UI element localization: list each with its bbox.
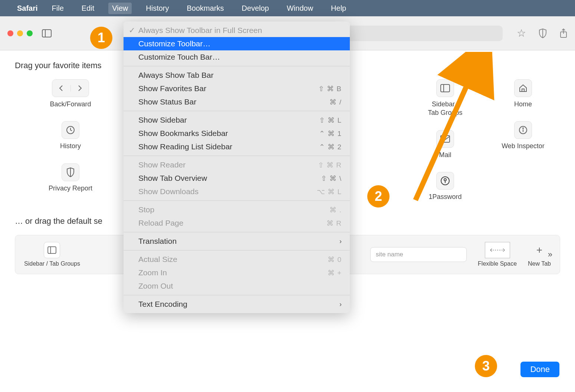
menu-item-label: Zoom Out — [138, 282, 173, 290]
keyboard-shortcut: ⌥ ⌘ L — [317, 187, 342, 196]
menu-item-show-reader: Show Reader⇧ ⌘ R — [124, 158, 350, 172]
app-name[interactable]: Safari — [17, 4, 38, 13]
menu-item-reload-page: Reload Page⌘ R — [124, 216, 350, 230]
onepassword-icon — [436, 172, 454, 190]
fullscreen-window-button[interactable] — [27, 30, 33, 36]
menu-item-translation[interactable]: Translation› — [124, 235, 350, 248]
minimize-window-button[interactable] — [17, 30, 23, 36]
item-back-forward[interactable]: Back/Forward — [15, 79, 126, 109]
flexible-space-icon — [485, 242, 510, 258]
menu-view[interactable]: View — [108, 3, 132, 14]
svg-rect-7 — [441, 84, 450, 92]
keyboard-shortcut: ⇧ ⌘ B — [318, 84, 342, 93]
menu-item-show-downloads: Show Downloads⌥ ⌘ L — [124, 185, 350, 198]
menu-separator — [124, 200, 350, 201]
svg-rect-9 — [441, 136, 450, 142]
menu-item-label: Translation — [138, 237, 177, 246]
item-label: Home — [514, 100, 532, 109]
menu-item-customize-toolbar[interactable]: Customize Toolbar… — [124, 37, 350, 50]
item-history[interactable]: History — [15, 121, 126, 150]
keyboard-shortcut: ⇧ ⌘ L — [319, 116, 342, 124]
annotation-badge-3: 3 — [475, 355, 497, 377]
default-search-field[interactable]: site name — [370, 247, 467, 262]
menu-item-show-status-bar[interactable]: Show Status Bar⌘ / — [124, 95, 350, 109]
menu-item-label: Show Reader — [138, 160, 185, 169]
keyboard-shortcut: ⌃ ⌘ 2 — [319, 143, 342, 151]
svg-rect-17 — [48, 246, 56, 253]
shield-icon — [62, 163, 79, 181]
overflow-icon[interactable]: » — [548, 250, 552, 259]
menubar: Safari File Edit View History Bookmarks … — [0, 0, 575, 16]
menu-item-show-bookmarks-sidebar[interactable]: Show Bookmarks Sidebar⌃ ⌘ 1 — [124, 127, 350, 140]
clock-icon — [62, 121, 79, 139]
annotation-badge-2: 2 — [367, 185, 390, 207]
menu-item-zoom-in: Zoom In⌘ + — [124, 266, 350, 279]
window-controls — [7, 30, 33, 36]
keyboard-shortcut: ⌃ ⌘ 1 — [319, 129, 342, 138]
menu-history[interactable]: History — [142, 3, 172, 14]
menu-item-label: Show Sidebar — [138, 116, 187, 124]
keyboard-shortcut: ⌘ + — [328, 269, 342, 277]
menu-item-label: Always Show Tab Bar — [138, 71, 214, 80]
item-label: Back/Forward — [50, 100, 91, 109]
menu-window[interactable]: Window — [283, 3, 317, 14]
menu-separator — [124, 232, 350, 232]
home-icon — [514, 79, 532, 97]
bookmark-star-icon[interactable]: ☆ — [517, 27, 526, 39]
svg-rect-13 — [522, 89, 524, 92]
svg-point-11 — [444, 179, 446, 181]
default-item-sidebar[interactable]: Sidebar / Tab Groups — [24, 242, 80, 267]
back-icon — [52, 85, 71, 92]
default-label: Sidebar / Tab Groups — [24, 260, 80, 267]
plus-icon: + — [531, 242, 548, 258]
default-item-flexspace[interactable]: Flexible Space — [478, 242, 517, 267]
menu-item-show-sidebar[interactable]: Show Sidebar⇧ ⌘ L — [124, 113, 350, 127]
item-mail[interactable]: Mail — [423, 130, 467, 159]
menu-separator — [124, 250, 350, 250]
menu-develop[interactable]: Develop — [238, 3, 273, 14]
menu-item-show-reading-list-sidebar[interactable]: Show Reading List Sidebar⌃ ⌘ 2 — [124, 140, 350, 153]
item-home[interactable]: Home — [501, 79, 545, 109]
menu-item-show-tab-overview[interactable]: Show Tab Overview⇧ ⌘ \ — [124, 172, 350, 185]
menu-item-always-show-toolbar-in-full-screen: ✓Always Show Toolbar in Full Screen — [124, 24, 350, 37]
sidebar-toggle-button[interactable] — [39, 27, 54, 40]
done-button[interactable]: Done — [520, 362, 559, 377]
menu-item-label: Show Tab Overview — [138, 174, 207, 183]
menu-bookmarks[interactable]: Bookmarks — [183, 3, 228, 14]
item-label: Web Inspector — [502, 142, 545, 150]
sidebar-icon — [436, 79, 454, 97]
menu-separator — [124, 156, 350, 156]
default-item-newtab[interactable]: + New Tab — [528, 242, 551, 267]
menu-item-label: Show Favorites Bar — [138, 84, 206, 93]
item-label: 1Password — [428, 193, 461, 201]
item-label: History — [60, 142, 81, 150]
chevron-right-icon: › — [339, 300, 342, 308]
item-1password[interactable]: 1Password — [423, 172, 467, 201]
menu-file[interactable]: File — [48, 3, 68, 14]
menu-help[interactable]: Help — [327, 3, 350, 14]
svg-point-16 — [523, 128, 523, 129]
annotation-badge-1: 1 — [90, 27, 112, 49]
share-icon[interactable] — [559, 29, 568, 38]
menu-item-show-favorites-bar[interactable]: Show Favorites Bar⇧ ⌘ B — [124, 82, 350, 95]
menu-item-text-encoding[interactable]: Text Encoding› — [124, 298, 350, 311]
menu-item-label: Customize Toolbar… — [138, 39, 211, 48]
keyboard-shortcut: ⌘ / — [329, 98, 342, 106]
menu-item-always-show-tab-bar[interactable]: Always Show Tab Bar — [124, 69, 350, 82]
menu-item-label: Reload Page — [138, 219, 183, 227]
mail-icon — [436, 130, 454, 148]
close-window-button[interactable] — [7, 30, 13, 36]
menu-separator — [124, 295, 350, 295]
menu-edit[interactable]: Edit — [78, 3, 98, 14]
item-sidebar-tabgroups[interactable]: Sidebar / Tab Groups — [423, 79, 467, 117]
menu-item-label: Stop — [138, 205, 154, 214]
privacy-shield-icon[interactable] — [539, 29, 547, 38]
item-label: Mail — [439, 151, 451, 159]
item-web-inspector[interactable]: Web Inspector — [501, 121, 545, 150]
item-privacy-report[interactable]: Privacy Report — [15, 163, 126, 193]
menu-separator — [124, 66, 350, 66]
menu-item-customize-touch-bar[interactable]: Customize Touch Bar… — [124, 50, 350, 64]
menu-item-zoom-out: Zoom Out — [124, 279, 350, 293]
menu-item-label: Show Reading List Sidebar — [138, 142, 232, 151]
menu-item-label: Show Downloads — [138, 187, 198, 196]
